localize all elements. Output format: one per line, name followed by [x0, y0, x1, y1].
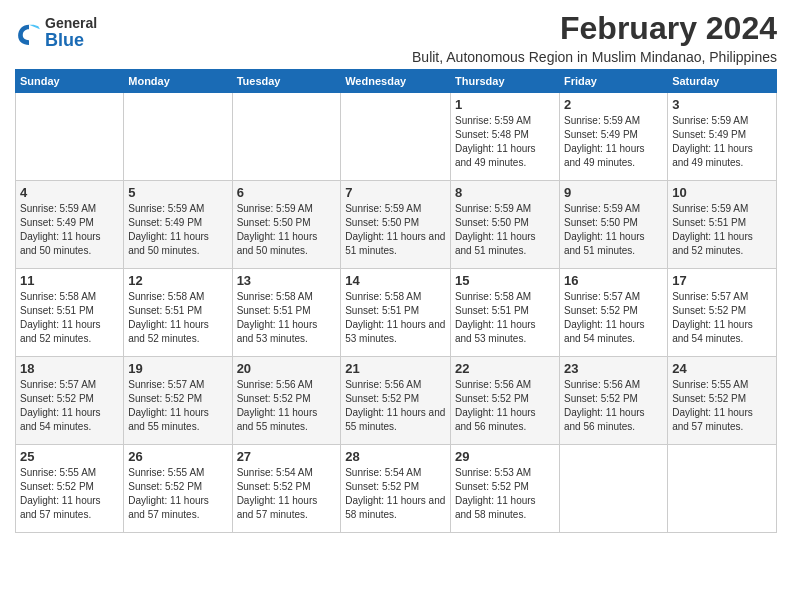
day-number: 3: [672, 97, 772, 112]
calendar-cell: [341, 93, 451, 181]
day-number: 19: [128, 361, 227, 376]
day-info: Sunrise: 5:59 AMSunset: 5:48 PMDaylight:…: [455, 114, 555, 170]
day-info: Sunrise: 5:58 AMSunset: 5:51 PMDaylight:…: [20, 290, 119, 346]
day-info: Sunrise: 5:59 AMSunset: 5:49 PMDaylight:…: [20, 202, 119, 258]
calendar-cell: 12Sunrise: 5:58 AMSunset: 5:51 PMDayligh…: [124, 269, 232, 357]
calendar-cell: 11Sunrise: 5:58 AMSunset: 5:51 PMDayligh…: [16, 269, 124, 357]
calendar-cell: 19Sunrise: 5:57 AMSunset: 5:52 PMDayligh…: [124, 357, 232, 445]
day-number: 5: [128, 185, 227, 200]
day-number: 18: [20, 361, 119, 376]
day-info: Sunrise: 5:56 AMSunset: 5:52 PMDaylight:…: [564, 378, 663, 434]
day-number: 2: [564, 97, 663, 112]
day-info: Sunrise: 5:59 AMSunset: 5:49 PMDaylight:…: [128, 202, 227, 258]
calendar-cell: 24Sunrise: 5:55 AMSunset: 5:52 PMDayligh…: [668, 357, 777, 445]
calendar-row-2: 11Sunrise: 5:58 AMSunset: 5:51 PMDayligh…: [16, 269, 777, 357]
day-info: Sunrise: 5:57 AMSunset: 5:52 PMDaylight:…: [564, 290, 663, 346]
calendar-cell: 8Sunrise: 5:59 AMSunset: 5:50 PMDaylight…: [451, 181, 560, 269]
day-info: Sunrise: 5:55 AMSunset: 5:52 PMDaylight:…: [672, 378, 772, 434]
calendar-cell: [559, 445, 667, 533]
calendar-cell: 1Sunrise: 5:59 AMSunset: 5:48 PMDaylight…: [451, 93, 560, 181]
calendar-cell: 23Sunrise: 5:56 AMSunset: 5:52 PMDayligh…: [559, 357, 667, 445]
logo-icon: [15, 20, 43, 48]
col-header-saturday: Saturday: [668, 70, 777, 93]
month-title: February 2024: [412, 10, 777, 47]
calendar-row-0: 1Sunrise: 5:59 AMSunset: 5:48 PMDaylight…: [16, 93, 777, 181]
day-info: Sunrise: 5:58 AMSunset: 5:51 PMDaylight:…: [455, 290, 555, 346]
col-header-monday: Monday: [124, 70, 232, 93]
day-info: Sunrise: 5:56 AMSunset: 5:52 PMDaylight:…: [237, 378, 337, 434]
day-info: Sunrise: 5:59 AMSunset: 5:50 PMDaylight:…: [345, 202, 446, 258]
calendar-cell: [668, 445, 777, 533]
col-header-wednesday: Wednesday: [341, 70, 451, 93]
calendar-cell: 27Sunrise: 5:54 AMSunset: 5:52 PMDayligh…: [232, 445, 341, 533]
calendar-cell: [232, 93, 341, 181]
calendar-cell: 9Sunrise: 5:59 AMSunset: 5:50 PMDaylight…: [559, 181, 667, 269]
day-info: Sunrise: 5:54 AMSunset: 5:52 PMDaylight:…: [237, 466, 337, 522]
title-area: February 2024 Bulit, Autonomous Region i…: [412, 10, 777, 65]
day-number: 28: [345, 449, 446, 464]
calendar-cell: 2Sunrise: 5:59 AMSunset: 5:49 PMDaylight…: [559, 93, 667, 181]
calendar-cell: 28Sunrise: 5:54 AMSunset: 5:52 PMDayligh…: [341, 445, 451, 533]
day-number: 13: [237, 273, 337, 288]
calendar-cell: [16, 93, 124, 181]
day-info: Sunrise: 5:56 AMSunset: 5:52 PMDaylight:…: [345, 378, 446, 434]
calendar-header-row: SundayMondayTuesdayWednesdayThursdayFrid…: [16, 70, 777, 93]
calendar-cell: 17Sunrise: 5:57 AMSunset: 5:52 PMDayligh…: [668, 269, 777, 357]
calendar-cell: [124, 93, 232, 181]
day-number: 24: [672, 361, 772, 376]
day-number: 1: [455, 97, 555, 112]
calendar-cell: 20Sunrise: 5:56 AMSunset: 5:52 PMDayligh…: [232, 357, 341, 445]
header: General Blue February 2024 Bulit, Autono…: [15, 10, 777, 65]
calendar-cell: 16Sunrise: 5:57 AMSunset: 5:52 PMDayligh…: [559, 269, 667, 357]
col-header-friday: Friday: [559, 70, 667, 93]
day-number: 21: [345, 361, 446, 376]
day-number: 29: [455, 449, 555, 464]
day-info: Sunrise: 5:57 AMSunset: 5:52 PMDaylight:…: [128, 378, 227, 434]
calendar-cell: 25Sunrise: 5:55 AMSunset: 5:52 PMDayligh…: [16, 445, 124, 533]
day-info: Sunrise: 5:54 AMSunset: 5:52 PMDaylight:…: [345, 466, 446, 522]
calendar-cell: 26Sunrise: 5:55 AMSunset: 5:52 PMDayligh…: [124, 445, 232, 533]
calendar-cell: 29Sunrise: 5:53 AMSunset: 5:52 PMDayligh…: [451, 445, 560, 533]
calendar-cell: 3Sunrise: 5:59 AMSunset: 5:49 PMDaylight…: [668, 93, 777, 181]
calendar-table: SundayMondayTuesdayWednesdayThursdayFrid…: [15, 69, 777, 533]
day-number: 16: [564, 273, 663, 288]
day-number: 4: [20, 185, 119, 200]
day-number: 11: [20, 273, 119, 288]
day-info: Sunrise: 5:55 AMSunset: 5:52 PMDaylight:…: [20, 466, 119, 522]
day-info: Sunrise: 5:59 AMSunset: 5:49 PMDaylight:…: [564, 114, 663, 170]
day-info: Sunrise: 5:56 AMSunset: 5:52 PMDaylight:…: [455, 378, 555, 434]
day-info: Sunrise: 5:57 AMSunset: 5:52 PMDaylight:…: [672, 290, 772, 346]
logo: General Blue: [15, 16, 97, 51]
day-number: 7: [345, 185, 446, 200]
col-header-tuesday: Tuesday: [232, 70, 341, 93]
calendar-cell: 10Sunrise: 5:59 AMSunset: 5:51 PMDayligh…: [668, 181, 777, 269]
day-info: Sunrise: 5:59 AMSunset: 5:51 PMDaylight:…: [672, 202, 772, 258]
day-info: Sunrise: 5:58 AMSunset: 5:51 PMDaylight:…: [128, 290, 227, 346]
day-number: 25: [20, 449, 119, 464]
day-info: Sunrise: 5:53 AMSunset: 5:52 PMDaylight:…: [455, 466, 555, 522]
calendar-cell: 7Sunrise: 5:59 AMSunset: 5:50 PMDaylight…: [341, 181, 451, 269]
day-number: 14: [345, 273, 446, 288]
logo-text: General Blue: [45, 16, 97, 51]
day-info: Sunrise: 5:58 AMSunset: 5:51 PMDaylight:…: [237, 290, 337, 346]
calendar-cell: 21Sunrise: 5:56 AMSunset: 5:52 PMDayligh…: [341, 357, 451, 445]
col-header-sunday: Sunday: [16, 70, 124, 93]
logo-general-text: General: [45, 16, 97, 31]
day-number: 27: [237, 449, 337, 464]
day-number: 26: [128, 449, 227, 464]
subtitle: Bulit, Autonomous Region in Muslim Minda…: [412, 49, 777, 65]
day-info: Sunrise: 5:58 AMSunset: 5:51 PMDaylight:…: [345, 290, 446, 346]
day-number: 22: [455, 361, 555, 376]
day-number: 9: [564, 185, 663, 200]
day-info: Sunrise: 5:59 AMSunset: 5:50 PMDaylight:…: [237, 202, 337, 258]
day-number: 17: [672, 273, 772, 288]
calendar-row-3: 18Sunrise: 5:57 AMSunset: 5:52 PMDayligh…: [16, 357, 777, 445]
calendar-cell: 18Sunrise: 5:57 AMSunset: 5:52 PMDayligh…: [16, 357, 124, 445]
col-header-thursday: Thursday: [451, 70, 560, 93]
calendar-cell: 14Sunrise: 5:58 AMSunset: 5:51 PMDayligh…: [341, 269, 451, 357]
calendar-row-1: 4Sunrise: 5:59 AMSunset: 5:49 PMDaylight…: [16, 181, 777, 269]
day-info: Sunrise: 5:55 AMSunset: 5:52 PMDaylight:…: [128, 466, 227, 522]
day-number: 15: [455, 273, 555, 288]
calendar-cell: 13Sunrise: 5:58 AMSunset: 5:51 PMDayligh…: [232, 269, 341, 357]
calendar-cell: 5Sunrise: 5:59 AMSunset: 5:49 PMDaylight…: [124, 181, 232, 269]
